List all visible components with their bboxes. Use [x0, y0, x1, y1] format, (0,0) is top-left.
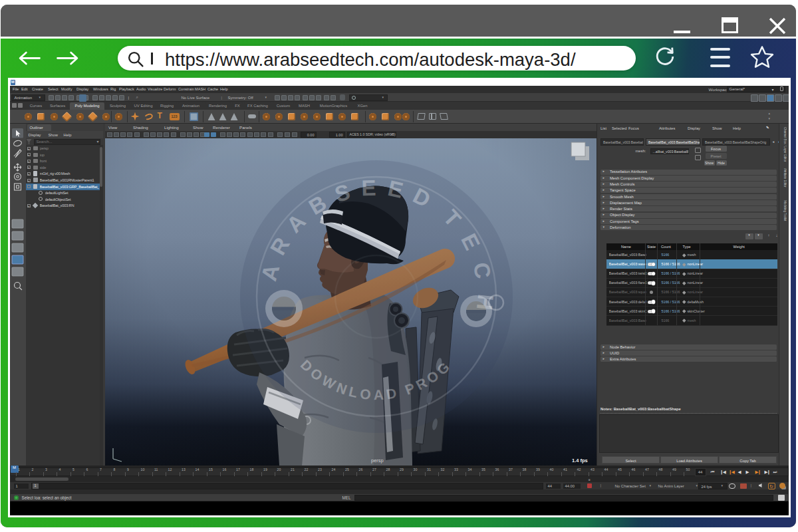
svg-text:1.4 fps: 1.4 fps	[572, 458, 588, 464]
svg-text:persp: persp	[371, 458, 384, 464]
